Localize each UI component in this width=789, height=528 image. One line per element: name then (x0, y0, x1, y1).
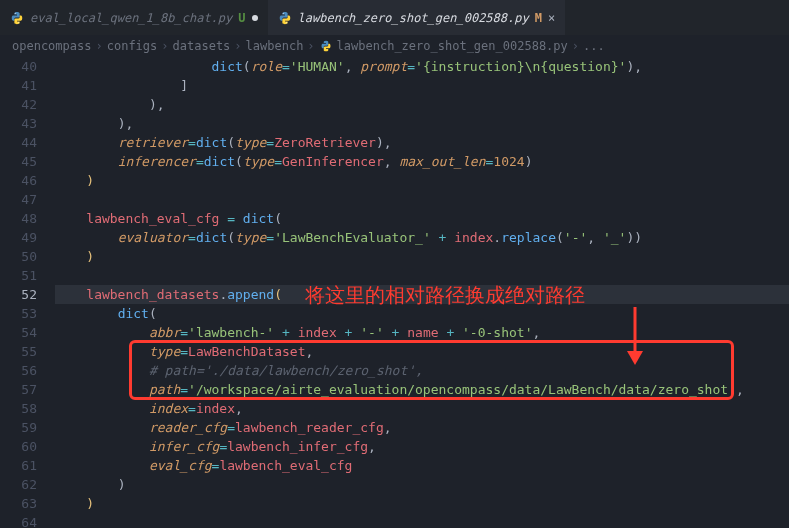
breadcrumb-item[interactable]: configs (107, 39, 158, 53)
tab-label: eval_local_qwen_1_8b_chat.py (30, 11, 232, 25)
code-area[interactable]: dict(role='HUMAN', prompt='{instruction}… (55, 57, 789, 528)
breadcrumb-item[interactable]: lawbench_zero_shot_gen_002588.py (337, 39, 568, 53)
svg-point-1 (18, 22, 19, 23)
breadcrumb-item[interactable]: lawbench (246, 39, 304, 53)
tab-status-modified: M (535, 11, 542, 25)
code-editor[interactable]: 4041424344454647484950515253545556575859… (0, 57, 789, 528)
close-icon[interactable]: × (548, 11, 555, 25)
python-icon (278, 11, 292, 25)
breadcrumb-more[interactable]: ... (583, 39, 605, 53)
breadcrumb-item[interactable]: datasets (173, 39, 231, 53)
tab-bar: eval_local_qwen_1_8b_chat.py U lawbench_… (0, 0, 789, 35)
line-gutter: 4041424344454647484950515253545556575859… (0, 57, 55, 528)
tab-status-unstaged: U (238, 11, 245, 25)
tab-eval-local[interactable]: eval_local_qwen_1_8b_chat.py U (0, 0, 268, 35)
svg-point-0 (15, 12, 16, 13)
breadcrumb: opencompass› configs› datasets› lawbench… (0, 35, 789, 57)
chevron-right-icon: › (234, 39, 241, 53)
chevron-right-icon: › (572, 39, 579, 53)
chevron-right-icon: › (95, 39, 102, 53)
python-icon (319, 39, 333, 53)
tab-lawbench[interactable]: lawbench_zero_shot_gen_002588.py M × (268, 0, 566, 35)
breadcrumb-item[interactable]: opencompass (12, 39, 91, 53)
python-icon (10, 11, 24, 25)
tab-label: lawbench_zero_shot_gen_002588.py (298, 11, 529, 25)
svg-point-2 (282, 12, 283, 13)
chevron-right-icon: › (161, 39, 168, 53)
svg-point-3 (286, 22, 287, 23)
chevron-right-icon: › (307, 39, 314, 53)
tab-dirty-dot (252, 15, 258, 21)
